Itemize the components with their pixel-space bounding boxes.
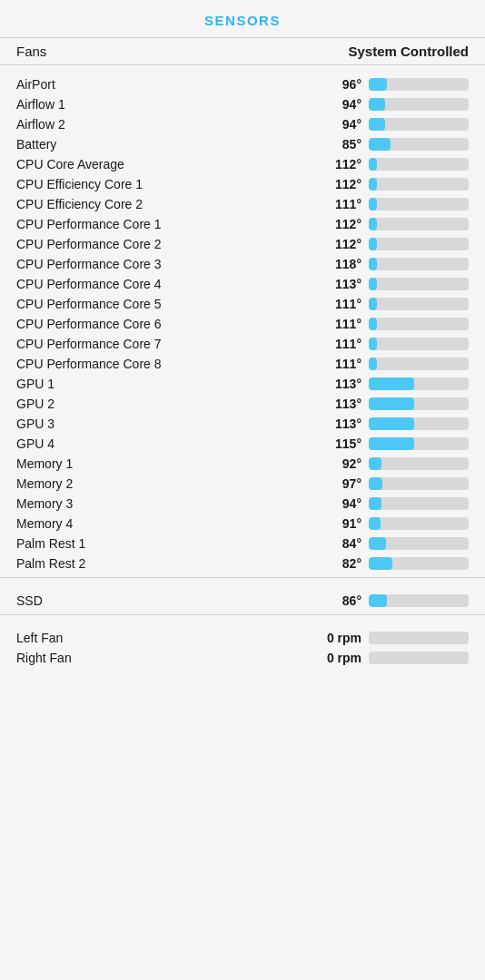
bar-container xyxy=(369,358,469,370)
bar-fill xyxy=(369,437,414,450)
bar-fill xyxy=(369,138,391,151)
sensor-value: 111° xyxy=(314,297,361,311)
table-row: CPU Efficiency Core 2111° xyxy=(0,194,485,214)
bar-fill xyxy=(369,118,385,131)
sensor-name: CPU Performance Core 1 xyxy=(16,217,314,231)
bar-container xyxy=(369,632,469,644)
sensor-name: Palm Rest 1 xyxy=(16,536,314,551)
sensor-value: 82° xyxy=(314,556,361,571)
bar-fill xyxy=(369,98,385,111)
sensor-value: 111° xyxy=(314,357,361,371)
sensor-name: CPU Performance Core 8 xyxy=(16,357,314,371)
sensor-name: Left Fan xyxy=(16,631,314,645)
sensor-name: CPU Core Average xyxy=(16,157,314,172)
sensors-list: AirPort96°Airflow 194°Airflow 294°Batter… xyxy=(0,74,485,573)
sensor-value: 85° xyxy=(314,137,361,152)
sensor-value: 111° xyxy=(314,337,361,351)
bar-fill xyxy=(369,198,377,211)
sensor-value: 96° xyxy=(314,77,361,92)
bar-container xyxy=(369,652,469,664)
bar-fill xyxy=(369,178,377,191)
bar-container xyxy=(369,78,469,91)
bar-container xyxy=(369,98,469,111)
bar-fill xyxy=(369,218,377,230)
sensor-value: 113° xyxy=(314,397,361,411)
sensor-value: 0 rpm xyxy=(314,631,361,645)
gap-top xyxy=(0,65,485,74)
sensor-name: GPU 2 xyxy=(16,397,314,411)
table-row: Palm Rest 282° xyxy=(0,554,485,573)
sensors-container: SENSORS Fans System Controlled AirPort96… xyxy=(0,0,485,668)
sensor-value: 112° xyxy=(314,237,361,251)
sensor-value: 86° xyxy=(314,593,361,608)
sensor-value: 91° xyxy=(314,516,361,531)
sensor-name: Memory 4 xyxy=(16,516,314,531)
sensor-name: AirPort xyxy=(16,77,314,92)
bar-container xyxy=(369,437,469,450)
sensor-value: 111° xyxy=(314,317,361,331)
sensor-value: 112° xyxy=(314,217,361,231)
table-row: CPU Performance Core 8111° xyxy=(0,354,485,374)
bar-container xyxy=(369,178,469,191)
bar-fill xyxy=(369,537,386,550)
sensor-name: CPU Performance Core 6 xyxy=(16,317,314,331)
divider-1 xyxy=(0,577,485,578)
bar-container xyxy=(369,198,469,211)
bar-container xyxy=(369,158,469,171)
sensor-value: 84° xyxy=(314,536,361,551)
table-row: GPU 1113° xyxy=(0,374,485,394)
sensor-value: 92° xyxy=(314,456,361,471)
gap-ssd xyxy=(0,582,485,591)
table-row: GPU 4115° xyxy=(0,434,485,454)
table-row: CPU Performance Core 2112° xyxy=(0,234,485,254)
table-row: CPU Performance Core 7111° xyxy=(0,334,485,354)
bar-fill xyxy=(369,298,377,310)
sensor-name: CPU Performance Core 2 xyxy=(16,237,314,251)
fan-list: Left Fan0 rpmRight Fan0 rpm xyxy=(0,628,485,668)
sensor-name: CPU Performance Core 7 xyxy=(16,337,314,351)
sensor-name: Memory 1 xyxy=(16,456,314,471)
sensor-name: Right Fan xyxy=(16,651,314,665)
bar-container xyxy=(369,457,469,470)
table-row: Airflow 194° xyxy=(0,94,485,114)
sensor-name: Battery xyxy=(16,137,314,152)
bar-fill xyxy=(369,78,387,91)
bar-container xyxy=(369,517,469,530)
table-row: AirPort96° xyxy=(0,74,485,94)
bar-fill xyxy=(369,594,387,607)
sensor-value: 112° xyxy=(314,157,361,172)
table-row: CPU Performance Core 5111° xyxy=(0,294,485,314)
sensor-value: 94° xyxy=(314,117,361,132)
bar-container xyxy=(369,537,469,550)
table-row: Right Fan0 rpm xyxy=(0,648,485,668)
sensor-name: GPU 3 xyxy=(16,416,314,431)
sensor-name: CPU Performance Core 4 xyxy=(16,277,314,291)
sensor-name: Airflow 2 xyxy=(16,117,314,132)
fans-label: Fans xyxy=(16,44,46,59)
bar-container xyxy=(369,497,469,510)
bar-fill xyxy=(369,397,414,410)
bar-fill xyxy=(369,497,381,510)
divider-2 xyxy=(0,614,485,615)
sensor-name: SSD xyxy=(16,593,314,608)
bar-container xyxy=(369,298,469,310)
bar-container xyxy=(369,338,469,350)
bar-container xyxy=(369,218,469,230)
table-row: Memory 394° xyxy=(0,494,485,514)
bar-container xyxy=(369,258,469,270)
table-row: Left Fan0 rpm xyxy=(0,628,485,648)
table-row: Memory 491° xyxy=(0,514,485,534)
table-row: CPU Performance Core 4113° xyxy=(0,274,485,294)
sensor-value: 115° xyxy=(314,436,361,451)
bar-fill xyxy=(369,258,377,270)
table-row: SSD86° xyxy=(0,591,485,611)
ssd-list: SSD86° xyxy=(0,591,485,611)
bar-container xyxy=(369,477,469,490)
table-row: CPU Efficiency Core 1112° xyxy=(0,174,485,194)
bar-container xyxy=(369,417,469,430)
sensor-name: Palm Rest 2 xyxy=(16,556,314,571)
bar-container xyxy=(369,557,469,570)
bar-fill xyxy=(369,338,377,350)
page-title: SENSORS xyxy=(0,0,485,37)
bar-fill xyxy=(369,477,382,490)
